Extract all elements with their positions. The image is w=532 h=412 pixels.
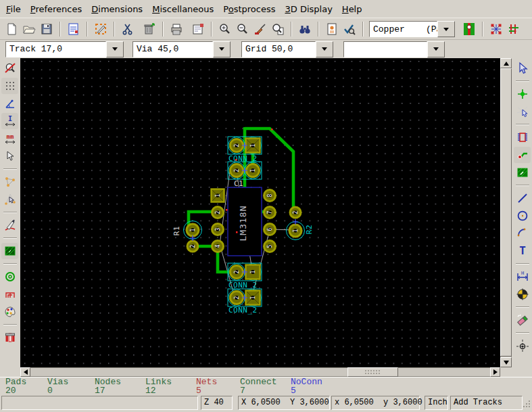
pad[interactable]: 2 <box>231 139 243 152</box>
menu-file[interactable]: File <box>6 4 21 14</box>
add-zones-button[interactable] <box>514 164 531 181</box>
grid-size-dropdown-button[interactable] <box>316 41 333 58</box>
new-board-button[interactable] <box>3 21 20 38</box>
pad[interactable]: 7 <box>264 207 276 219</box>
grid-size-value[interactable]: Grid 50,0 <box>241 41 316 58</box>
redraw-button[interactable] <box>251 21 269 38</box>
footprint-mode-button[interactable] <box>487 21 505 38</box>
cursor-shape-button[interactable] <box>1 148 18 164</box>
polar-coords-button[interactable] <box>1 95 18 112</box>
add-dimension-button[interactable]: H <box>514 269 531 285</box>
grid-toggle-button[interactable] <box>1 78 18 94</box>
resize-grip[interactable] <box>523 398 531 411</box>
open-board-button[interactable] <box>20 21 38 38</box>
plot-options-button[interactable] <box>92 21 110 38</box>
toolbar-separator <box>516 185 529 186</box>
local-ratsnest-button[interactable] <box>514 104 531 120</box>
add-circle-button[interactable] <box>514 208 531 224</box>
select-tool-button[interactable] <box>514 60 531 76</box>
menu-preferences[interactable]: Preferences <box>30 4 82 14</box>
via-size-value[interactable]: Via 45,0 <box>132 41 213 58</box>
plot-button[interactable] <box>189 21 207 38</box>
zoom-select-dropdown-button[interactable] <box>427 41 445 58</box>
scroll-up-button[interactable] <box>500 58 512 68</box>
menu-miscellaneous[interactable]: Miscellaneous <box>152 4 214 14</box>
show-ratsnest-button[interactable] <box>1 174 18 190</box>
chevron-down-icon <box>219 47 224 51</box>
horizontal-scrollbar[interactable] <box>20 367 500 377</box>
menu-dimensions[interactable]: Dimensions <box>91 4 143 14</box>
high-contrast-button[interactable] <box>1 304 18 320</box>
grid-origin-button[interactable] <box>514 338 531 354</box>
pad[interactable]: 1 <box>212 189 224 202</box>
pad[interactable]: 3 <box>212 224 224 235</box>
highlight-net-button[interactable] <box>514 86 531 102</box>
scissors-icon <box>121 22 135 36</box>
auto-delete-track-button[interactable] <box>1 217 18 233</box>
add-line-button[interactable] <box>514 190 531 206</box>
pad[interactable]: 1 <box>246 291 260 305</box>
add-arc-button[interactable] <box>514 225 531 242</box>
add-target-button[interactable] <box>514 286 531 302</box>
save-board-button[interactable] <box>38 21 55 38</box>
netlist-button[interactable] <box>323 21 341 38</box>
pad[interactable]: 6 <box>264 224 276 235</box>
menu-postprocess[interactable]: Postprocess <box>223 4 275 14</box>
pad[interactable]: 2 <box>212 207 224 219</box>
pad[interactable]: 2 <box>231 266 243 279</box>
find-button[interactable] <box>296 21 314 38</box>
track-width-dropdown-button[interactable] <box>106 41 124 58</box>
zoom-out-button[interactable] <box>234 21 251 38</box>
scroll-down-button[interactable] <box>500 357 512 367</box>
layer-select-value[interactable]: Copper (Page <box>369 21 437 37</box>
pad[interactable]: 2 <box>231 164 243 177</box>
scroll-right-button[interactable] <box>490 367 500 377</box>
units-inch-button[interactable]: I <box>1 113 18 129</box>
pad[interactable]: 8 <box>264 190 276 202</box>
pad[interactable]: 1 <box>246 139 260 153</box>
delete-button[interactable] <box>141 21 158 38</box>
pad[interactable]: 2 <box>187 241 198 252</box>
pad[interactable]: 5 <box>264 241 276 252</box>
pad[interactable]: 2 <box>290 207 301 218</box>
pad[interactable]: 2 <box>231 292 243 304</box>
cut-button[interactable] <box>119 21 137 38</box>
show-vias-button[interactable] <box>1 269 18 285</box>
page-settings-button[interactable] <box>65 21 82 38</box>
track-mode-button[interactable] <box>505 21 523 38</box>
horizontal-scrollbar-thumb[interactable] <box>347 367 398 377</box>
muwave-button[interactable] <box>1 329 18 346</box>
add-text-button[interactable]: T <box>514 243 531 259</box>
drc-off-button[interactable] <box>1 60 18 76</box>
toolbar-separator <box>516 306 529 308</box>
add-module-button[interactable] <box>514 129 531 145</box>
chevron-down-icon <box>112 47 118 51</box>
show-tracks-sketch-button[interactable] <box>1 286 18 302</box>
pcb-canvas[interactable]: LM318N 2 1 2 1 2 1 2 1 <box>20 58 500 367</box>
print-button[interactable] <box>168 21 185 38</box>
menu-3d-display[interactable]: 3D Display <box>285 4 333 14</box>
add-tracks-button[interactable] <box>514 147 531 163</box>
vertical-scrollbar-thumb[interactable] <box>500 68 512 357</box>
units-mm-button[interactable]: mm <box>1 131 18 147</box>
pad[interactable]: 1 <box>289 225 301 237</box>
track-width-value[interactable]: Track 17,0 <box>5 41 106 58</box>
zoom-fit-button[interactable] <box>269 21 287 38</box>
pad[interactable]: 4 <box>212 241 224 252</box>
via-size-dropdown-button[interactable] <box>213 41 231 58</box>
pad[interactable]: 1 <box>247 164 260 177</box>
zoom-select-value[interactable] <box>343 41 427 58</box>
delete-items-button[interactable] <box>514 312 531 328</box>
drc-button[interactable] <box>341 21 358 38</box>
show-zones-button[interactable] <box>1 243 18 259</box>
pad[interactable]: 1 <box>246 265 260 279</box>
module-ratsnest-button[interactable] <box>1 191 18 208</box>
pad[interactable]: 1 <box>187 224 199 236</box>
zoom-in-button[interactable] <box>216 21 234 38</box>
status-bar: Pads20 Vias0 Nodes17 Links12 Nets5 Conne… <box>0 377 532 395</box>
component-ic[interactable]: LM318N <box>228 187 262 256</box>
layer-select-dropdown-button[interactable] <box>437 21 455 37</box>
toolbar-separator <box>162 22 164 37</box>
menu-help[interactable]: Help <box>342 4 362 14</box>
scroll-left-button[interactable] <box>20 367 30 377</box>
